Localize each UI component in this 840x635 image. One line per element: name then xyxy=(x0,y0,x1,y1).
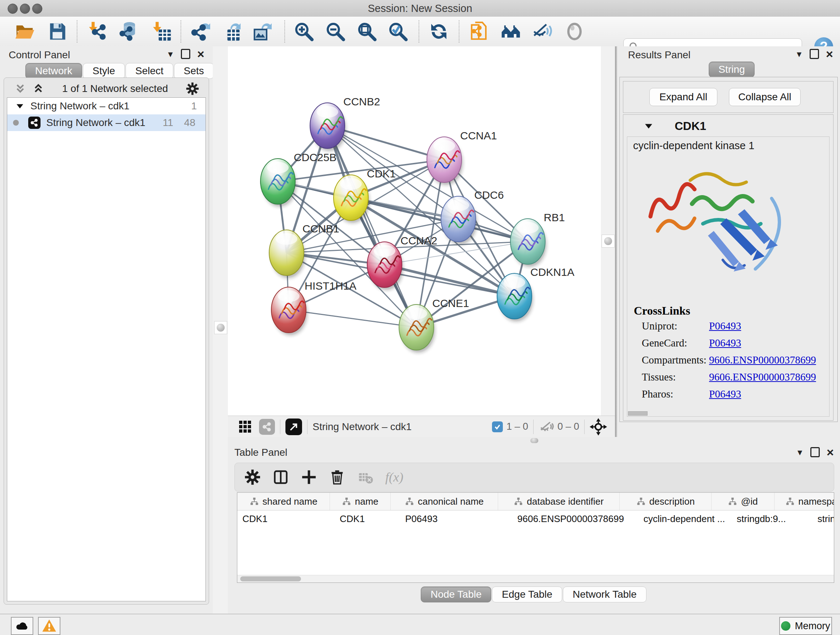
table-cell[interactable]: cyclin-dependent ... xyxy=(638,510,730,527)
table-cell[interactable]: CDK1 xyxy=(335,510,400,527)
selected-checkbox[interactable] xyxy=(492,421,503,432)
table-cell[interactable]: 9606.ENSP00000378699 xyxy=(512,510,638,527)
close-panel-icon[interactable]: × xyxy=(825,447,836,458)
table-cell[interactable]: stringdb:9... xyxy=(730,510,793,527)
table-hscrollbar[interactable] xyxy=(237,575,834,583)
import-table-icon[interactable] xyxy=(150,20,173,43)
right-splitter-handle[interactable] xyxy=(602,234,615,248)
network-node-RB1[interactable] xyxy=(510,219,546,267)
tab-edge-table[interactable]: Edge Table xyxy=(492,586,562,602)
grid-icon[interactable] xyxy=(238,420,253,434)
column-header-shared-name[interactable]: shared name xyxy=(237,493,330,510)
edge-CCNB2-CCNE1[interactable] xyxy=(327,126,416,327)
column-header-description[interactable]: description xyxy=(620,493,712,510)
columns-icon[interactable] xyxy=(270,467,291,488)
expand-all-chevron-icon[interactable] xyxy=(14,82,27,95)
open-window-icon[interactable] xyxy=(286,418,302,435)
crosslink-link[interactable]: 9606.ENSP00000378699 xyxy=(709,371,816,383)
zoom-out-icon[interactable] xyxy=(324,20,347,43)
collapse-all-button[interactable]: Collapse All xyxy=(729,88,801,106)
column-header-canonical-name[interactable]: canonical name xyxy=(391,493,498,510)
warning-button[interactable] xyxy=(38,617,60,635)
hide-panels-icon[interactable] xyxy=(531,20,554,43)
tab-select[interactable]: Select xyxy=(126,63,173,79)
network-node-CCNA2[interactable] xyxy=(367,242,403,290)
network-node-CCNB1[interactable] xyxy=(269,230,305,278)
column-header-name[interactable]: name xyxy=(330,493,391,510)
export-network-icon[interactable] xyxy=(188,20,212,43)
tab-node-table[interactable]: Node Table xyxy=(421,586,491,602)
column-header--id[interactable]: @id xyxy=(712,493,775,510)
table-cell[interactable]: stringdb xyxy=(793,510,834,527)
network-node-CCNE1[interactable] xyxy=(399,304,435,353)
float-panel-icon[interactable] xyxy=(810,49,819,59)
node-label-CDK1: CDK1 xyxy=(367,168,396,180)
column-header-namespace[interactable]: namespace xyxy=(775,493,834,510)
protein-expander-icon[interactable] xyxy=(644,121,654,131)
left-splitter-handle[interactable] xyxy=(214,321,227,334)
tab-network[interactable]: Network xyxy=(25,63,82,79)
zoom-in-icon[interactable] xyxy=(292,20,316,43)
trash-icon[interactable] xyxy=(327,467,347,488)
export-image-icon[interactable] xyxy=(250,20,273,43)
network-node-CDC6[interactable] xyxy=(441,196,477,244)
zoom-selected-icon[interactable] xyxy=(386,20,409,43)
export-table-icon[interactable] xyxy=(219,20,242,43)
toolbar-separator xyxy=(418,20,419,43)
zoom-fit-icon[interactable] xyxy=(355,20,378,43)
collection-expander-icon[interactable] xyxy=(15,101,25,111)
cloud-button[interactable] xyxy=(11,617,33,635)
memory-button[interactable]: Memory xyxy=(779,617,832,635)
table-row[interactable]: CDK1CDK1P064939606.ENSP00000378699cyclin… xyxy=(237,510,834,527)
crosslink-link[interactable]: P06493 xyxy=(709,388,741,400)
network-node-CDC25B[interactable] xyxy=(261,158,296,207)
tab-style[interactable]: Style xyxy=(83,63,125,79)
import-network-database-icon[interactable] xyxy=(117,20,140,43)
table-splitter-handle[interactable] xyxy=(531,438,538,443)
network-node-CCNA1[interactable] xyxy=(427,137,463,185)
crosshair-icon[interactable] xyxy=(590,418,607,435)
table-panel-title: Table Panel xyxy=(234,447,287,458)
crosslink-link[interactable]: P06493 xyxy=(709,320,741,332)
edge-HIST1H1A-CCNE1[interactable] xyxy=(289,310,416,327)
network-node-HIST1H1A[interactable] xyxy=(271,287,307,335)
crosslink-link[interactable]: P06493 xyxy=(709,337,741,348)
close-panel-icon[interactable]: × xyxy=(195,49,206,59)
birdseye-icon[interactable] xyxy=(499,20,523,43)
close-panel-icon[interactable]: × xyxy=(824,49,835,59)
network-node-CCNB2[interactable] xyxy=(310,103,346,151)
collapse-panel-icon[interactable]: ▾ xyxy=(794,49,805,59)
save-session-icon[interactable] xyxy=(46,20,69,43)
collapse-panel-icon[interactable]: ▾ xyxy=(165,49,176,59)
network-row[interactable]: String Network – cdk1 11 48 xyxy=(7,114,205,131)
crosslinks-hscroll-thumb[interactable] xyxy=(628,411,647,416)
network-node-CDK1[interactable] xyxy=(333,175,369,223)
network-node-CDKN1A[interactable] xyxy=(497,273,533,321)
collapse-panel-icon[interactable]: ▾ xyxy=(794,447,805,458)
network-collection-row[interactable]: String Network – cdk1 1 xyxy=(7,98,205,114)
collapse-all-chevron-icon[interactable] xyxy=(32,82,44,95)
float-panel-icon[interactable] xyxy=(181,49,190,59)
crosslink-link[interactable]: 9606.ENSP00000378699 xyxy=(709,354,816,366)
add-column-icon[interactable] xyxy=(298,467,319,488)
tab-sets[interactable]: Sets xyxy=(174,63,214,79)
toolbar-separator xyxy=(459,20,459,43)
expand-all-button[interactable]: Expand All xyxy=(649,88,717,106)
gear-icon[interactable] xyxy=(242,467,263,488)
table-cell[interactable]: CDK1 xyxy=(237,510,335,527)
network-options-gear-icon[interactable] xyxy=(186,82,199,96)
table-cell[interactable]: P06493 xyxy=(400,510,512,527)
tab-string[interactable]: String xyxy=(709,62,755,78)
network-view-toolbar: String Network – cdk1 1 – 0 0 – 0 xyxy=(228,416,615,437)
tab-network-table[interactable]: Network Table xyxy=(563,586,646,602)
clone-network-icon[interactable] xyxy=(467,20,490,43)
apply-layout-icon[interactable] xyxy=(427,20,450,43)
network-canvas[interactable]: CCNB2CCNA1CDC25BCDK1CDC6RB1CCNB1CCNA2CDK… xyxy=(228,46,601,416)
table-hscroll-thumb[interactable] xyxy=(240,576,301,581)
column-header-database-identifier[interactable]: database identifier xyxy=(498,493,620,510)
import-network-icon[interactable] xyxy=(86,20,109,43)
float-panel-icon[interactable] xyxy=(810,447,820,457)
node-label-CCNE1: CCNE1 xyxy=(432,297,469,309)
crosslinks-title: CrossLinks xyxy=(634,304,816,318)
open-session-folder-icon[interactable] xyxy=(13,20,36,43)
